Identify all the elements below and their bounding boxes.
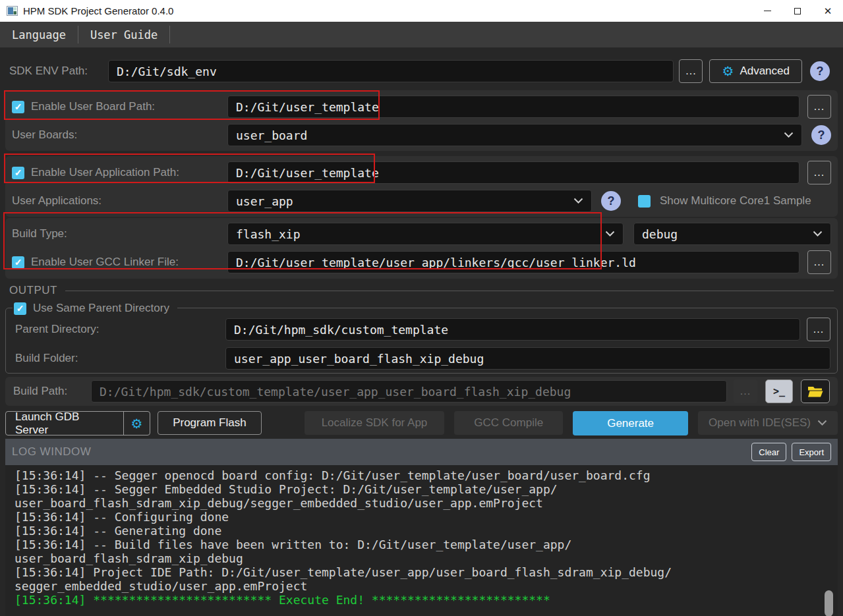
gcc-compile-button: GCC Compile bbox=[454, 411, 563, 435]
sdk-env-help-button[interactable]: ? bbox=[810, 61, 830, 81]
terminal-icon: >_ bbox=[773, 385, 785, 397]
linker-file-value: D:/Git/user_template/user_app/linkers/gc… bbox=[236, 256, 636, 269]
board-panel: ✓ Enable User Board Path: D:/Git/user_te… bbox=[5, 90, 838, 151]
build-type-row: Build Type: flash_xip debug bbox=[12, 223, 831, 245]
user-apps-select[interactable]: user_app bbox=[227, 190, 592, 212]
log-clear-button[interactable]: Clear bbox=[751, 443, 786, 461]
titlebar: HPM SDK Project Generator 0.4.0 ✕ bbox=[0, 0, 843, 22]
log-line: [15:36:14] -- Configuring done bbox=[15, 510, 838, 524]
log-line: [15:36:14] -- Segger openocd board confi… bbox=[15, 468, 838, 482]
board-path-input[interactable]: D:/Git/user_template bbox=[227, 96, 799, 118]
open-with-ide-label: Open with IDE(SES) bbox=[709, 416, 811, 430]
app-path-row: ✓ Enable User Application Path: D:/Git/u… bbox=[12, 161, 831, 184]
parent-directory-input[interactable]: D:/Git/hpm_sdk/custom_template bbox=[225, 318, 800, 341]
log-line: [15:36:14] Project IDE Path: D:/Git/user… bbox=[15, 565, 838, 579]
menu-user-guide[interactable]: User Guide bbox=[78, 22, 169, 47]
user-apps-value: user_app bbox=[236, 194, 293, 208]
actions-row: Launch GDB Server ⚙ Program Flash Locali… bbox=[5, 411, 838, 435]
same-parent-label: Use Same Parent Directory bbox=[33, 302, 169, 315]
parent-directory-value: D:/Git/hpm_sdk/custom_template bbox=[234, 323, 448, 337]
log-line: user_board_flash_sdram_xip_debug bbox=[15, 551, 838, 565]
launch-gdb-group: Launch GDB Server ⚙ bbox=[5, 411, 150, 435]
generate-label: Generate bbox=[607, 417, 654, 430]
menubar: Language User Guide bbox=[0, 22, 843, 47]
chevron-down-icon bbox=[813, 231, 823, 237]
menu-separator bbox=[169, 26, 170, 43]
app-icon bbox=[7, 5, 18, 16]
linker-row: ✓ Enable User GCC Linker File: D:/Git/us… bbox=[12, 250, 831, 274]
enable-linker-label: Enable User GCC Linker File: bbox=[31, 256, 179, 269]
build-type-label: Build Type: bbox=[12, 227, 67, 240]
same-parent-option: ✓ Use Same Parent Directory bbox=[13, 300, 177, 316]
user-boards-help-button[interactable]: ? bbox=[811, 125, 831, 145]
chevron-down-icon bbox=[573, 198, 583, 204]
build-path-value: D:/Git/hpm_sdk/custom_template/user_app_… bbox=[100, 385, 571, 399]
folder-icon bbox=[807, 385, 823, 398]
gdb-settings-button[interactable]: ⚙ bbox=[124, 412, 150, 435]
output-section-divider bbox=[65, 291, 834, 291]
build-folder-label: Build Folder: bbox=[15, 352, 78, 365]
enable-app-checkbox[interactable]: ✓ bbox=[12, 167, 24, 179]
output-section-label: OUTPUT bbox=[9, 284, 57, 297]
app-path-value: D:/Git/user_template bbox=[236, 166, 379, 180]
board-path-row: ✓ Enable User Board Path: D:/Git/user_te… bbox=[12, 95, 831, 119]
user-boards-label: User Boards: bbox=[12, 128, 77, 142]
log-line: [15:36:14] -- Generating done bbox=[15, 524, 838, 538]
log-lines: [15:36:14] -- Segger openocd board confi… bbox=[15, 468, 838, 607]
build-folder-value: user_app_user_board_flash_xip_debug bbox=[234, 352, 484, 366]
app-path-input[interactable]: D:/Git/user_template bbox=[227, 161, 799, 184]
app-window: HPM SDK Project Generator 0.4.0 ✕ Langua… bbox=[0, 0, 843, 616]
board-path-browse-button[interactable]: ... bbox=[807, 95, 831, 119]
advanced-button[interactable]: ⚙ Advanced bbox=[709, 59, 802, 83]
maximize-button[interactable] bbox=[782, 0, 813, 22]
launch-gdb-button[interactable]: Launch GDB Server bbox=[6, 412, 123, 435]
minimize-button[interactable] bbox=[752, 0, 782, 22]
linker-browse-button[interactable]: ... bbox=[807, 250, 831, 274]
menu-language[interactable]: Language bbox=[0, 22, 78, 47]
linker-file-input[interactable]: D:/Git/user_template/user_app/linkers/gc… bbox=[227, 251, 799, 273]
sdk-env-input[interactable]: D:/Git/sdk_env bbox=[108, 60, 674, 82]
window-controls: ✕ bbox=[752, 0, 843, 22]
log-line: user_board_flash_sdram_xip_debug/segger_… bbox=[15, 496, 838, 510]
log-window: LOG WINDOW Clear Export [15:36:14] -- Se… bbox=[5, 439, 838, 616]
sdk-env-browse-button[interactable]: ... bbox=[679, 59, 703, 83]
build-folder-input[interactable]: user_app_user_board_flash_xip_debug bbox=[225, 347, 830, 370]
board-path-value: D:/Git/user_template bbox=[236, 100, 379, 114]
generate-button[interactable]: Generate bbox=[573, 411, 688, 435]
log-export-button[interactable]: Export bbox=[792, 443, 831, 461]
open-terminal-button[interactable]: >_ bbox=[765, 379, 793, 403]
open-folder-button[interactable] bbox=[801, 379, 830, 403]
user-boards-value: user_board bbox=[236, 128, 307, 142]
output-groupbox: ✓ Use Same Parent Directory Parent Direc… bbox=[5, 308, 838, 374]
chevron-down-icon bbox=[605, 231, 615, 237]
open-with-ide-button: Open with IDE(SES) bbox=[698, 411, 838, 435]
user-apps-row: User Applications: user_app ? Show Multi… bbox=[12, 190, 831, 212]
parent-directory-row: Parent Directory: D:/Git/hpm_sdk/custom_… bbox=[15, 318, 830, 341]
user-boards-row: User Boards: user_board ? bbox=[12, 124, 831, 146]
build-path-input: D:/Git/hpm_sdk/custom_template/user_app_… bbox=[91, 380, 727, 403]
log-line: [15:36:14] ************************* Exe… bbox=[15, 593, 838, 607]
build-path-label: Build Path: bbox=[13, 385, 91, 398]
enable-linker-checkbox[interactable]: ✓ bbox=[12, 256, 24, 269]
log-output[interactable]: [15:36:14] -- Segger openocd board confi… bbox=[5, 465, 838, 616]
multicore-checkbox[interactable] bbox=[638, 195, 651, 208]
same-parent-checkbox[interactable]: ✓ bbox=[14, 302, 26, 315]
enable-board-label: Enable User Board Path: bbox=[31, 100, 155, 113]
gear-icon: ⚙ bbox=[131, 417, 143, 430]
sdk-env-value: D:/Git/sdk_env bbox=[117, 65, 217, 78]
chevron-down-icon bbox=[817, 420, 827, 426]
build-profile-select[interactable]: debug bbox=[633, 223, 831, 245]
build-type-select[interactable]: flash_xip bbox=[227, 223, 624, 245]
app-path-browse-button[interactable]: ... bbox=[807, 161, 831, 184]
close-button[interactable]: ✕ bbox=[813, 0, 843, 22]
user-boards-select[interactable]: user_board bbox=[227, 124, 802, 146]
advanced-label: Advanced bbox=[740, 65, 790, 78]
parent-directory-browse-button[interactable]: ... bbox=[807, 318, 830, 341]
log-line: [15:36:14] -- Build files have been writ… bbox=[15, 538, 838, 551]
user-apps-help-button[interactable]: ? bbox=[601, 191, 621, 211]
close-icon: ✕ bbox=[824, 6, 832, 16]
log-scrollbar-thumb[interactable] bbox=[825, 590, 833, 616]
output-section-header: OUTPUT bbox=[5, 283, 838, 298]
enable-board-checkbox[interactable]: ✓ bbox=[12, 101, 24, 113]
program-flash-button[interactable]: Program Flash bbox=[158, 411, 261, 435]
